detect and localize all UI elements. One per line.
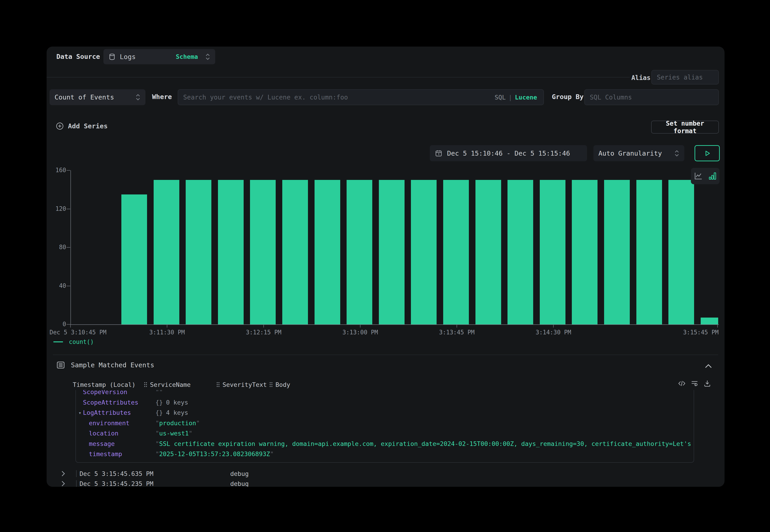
attribute-value: {}4 keys	[155, 409, 188, 416]
expanded-event-attributes: ScopeVersion""ScopeAttributes{}0 keys▾Lo…	[75, 390, 694, 463]
event-timestamp: Dec 5 3:15:45.635 PM	[80, 470, 153, 477]
attribute-row-location: location"us-west1"	[76, 428, 694, 439]
download-icon[interactable]	[703, 380, 711, 387]
x-tick-mark	[167, 324, 167, 328]
chart-type-toggle	[691, 168, 720, 184]
attribute-key: LogAttributes	[83, 409, 131, 416]
chart-bar[interactable]	[121, 194, 147, 324]
event-row[interactable]: Dec 5 3:15:45.235 PMdebug	[53, 479, 719, 487]
x-tick-label: 3:13:45 PM	[439, 329, 475, 336]
braces-glyph: {}	[155, 409, 163, 416]
row-divider	[76, 470, 77, 477]
chevron-right-icon[interactable]	[61, 470, 65, 477]
chart-legend[interactable]: count()	[53, 338, 94, 345]
event-severity: debug	[230, 480, 249, 487]
chart-bar[interactable]	[701, 318, 718, 324]
drag-handle-icon[interactable]	[216, 382, 220, 387]
attribute-row-logattributes[interactable]: ▾LogAttributes{}4 keys	[76, 408, 694, 418]
chart-bar[interactable]	[250, 180, 276, 324]
braces-glyph: {}	[155, 399, 163, 406]
y-tick-label: 40	[59, 282, 66, 289]
sample-events-title: Sample Matched Events	[71, 361, 154, 369]
collapse-chevron-icon[interactable]	[705, 364, 712, 369]
column-header-body[interactable]: Body	[269, 380, 290, 389]
chart-bar[interactable]	[186, 180, 211, 324]
object-key-count: 4 keys	[166, 409, 188, 416]
attribute-value: ""	[155, 390, 163, 395]
divider	[53, 355, 718, 355]
y-tick-mark	[67, 324, 70, 325]
attribute-key: message	[89, 440, 115, 447]
column-header-timestamp-local-[interactable]: Timestamp (Local)	[73, 380, 135, 389]
x-tick-mark	[553, 324, 554, 328]
y-axis-line	[70, 170, 71, 324]
attribute-key: environment	[89, 420, 129, 427]
attribute-string-value: 2025-12-05T13:57:23.082306893Z	[159, 450, 270, 457]
events-toolbar	[678, 380, 711, 387]
chart-bar[interactable]	[668, 180, 694, 324]
chevron-right-icon[interactable]	[61, 480, 65, 487]
code-icon[interactable]	[678, 380, 686, 387]
column-header-label: Body	[275, 381, 290, 388]
chart-bar[interactable]	[540, 180, 566, 324]
chart-bar[interactable]	[154, 180, 179, 324]
y-tick-label: 80	[59, 244, 66, 251]
attribute-key: ScopeAttributes	[83, 399, 138, 406]
x-tick-mark	[360, 324, 360, 328]
attribute-key: ScopeVersion	[83, 390, 127, 395]
x-tick-label: 3:12:15 PM	[246, 329, 281, 336]
event-row[interactable]: Dec 5 3:15:45.635 PMdebug	[53, 469, 719, 479]
chart-bar[interactable]	[443, 180, 469, 324]
attribute-string-value: SSL certificate expiration warning, doma…	[159, 440, 694, 447]
drag-handle-icon[interactable]	[269, 382, 273, 387]
attributes-scroll-content: ScopeVersion""ScopeAttributes{}0 keys▾Lo…	[76, 390, 694, 459]
x-tick-mark	[457, 324, 457, 328]
wrap-text-icon[interactable]	[691, 380, 698, 387]
attribute-key: timestamp	[89, 450, 122, 457]
column-header-severitytext[interactable]: SeverityText	[216, 380, 267, 389]
attribute-value: "us-west1"	[155, 430, 192, 437]
row-divider	[76, 480, 77, 487]
legend-swatch	[53, 341, 63, 342]
x-axis-line	[70, 324, 719, 325]
drag-handle-icon[interactable]	[144, 382, 147, 387]
event-timestamp: Dec 5 3:15:45.235 PM	[80, 480, 153, 487]
y-tick-mark	[67, 209, 70, 209]
chart-explorer-card: Data Source Logs Schema Alias Count of E…	[47, 47, 725, 487]
x-tick-mark	[717, 324, 718, 328]
line-chart-icon[interactable]	[694, 172, 703, 180]
triangle-down-icon[interactable]: ▾	[78, 410, 81, 415]
event-severity: debug	[230, 470, 249, 477]
y-tick-label: 0	[62, 321, 66, 328]
bar-chart: 16012080400Dec 5 3:10:45 PM3:11:30 PM3:1…	[47, 47, 725, 351]
chart-bar[interactable]	[346, 180, 372, 324]
y-tick-mark	[67, 170, 70, 171]
attribute-key: location	[89, 430, 118, 437]
chart-bar[interactable]	[411, 180, 437, 324]
attribute-string-value: us-west1	[159, 430, 189, 437]
chart-bar[interactable]	[218, 180, 244, 324]
y-tick-mark	[67, 286, 70, 286]
x-tick-label: 3:11:30 PM	[149, 329, 185, 336]
y-tick-mark	[67, 247, 70, 248]
column-header-label: SeverityText	[222, 381, 267, 388]
attribute-value: "2025-12-05T13:57:23.082306893Z"	[155, 450, 274, 457]
chart-bar[interactable]	[314, 180, 340, 324]
chart-bar[interactable]	[636, 180, 662, 324]
y-tick-label: 120	[55, 205, 66, 212]
chart-bar[interactable]	[282, 180, 308, 324]
chart-bar[interactable]	[572, 180, 598, 324]
chart-bar[interactable]	[508, 180, 533, 324]
chart-bar[interactable]	[476, 180, 501, 324]
column-header-servicename[interactable]: ServiceName	[144, 380, 191, 389]
list-icon	[56, 361, 65, 369]
x-tick-mark	[70, 324, 71, 328]
chart-bar[interactable]	[379, 180, 405, 324]
attribute-value: "production"	[155, 420, 200, 427]
sample-events-header: Sample Matched Events	[56, 361, 154, 369]
object-key-count: 0 keys	[166, 399, 188, 406]
legend-series-label: count()	[69, 338, 94, 345]
chart-bar[interactable]	[604, 180, 630, 324]
bar-chart-icon[interactable]	[708, 172, 717, 180]
x-tick-label: 3:13:00 PM	[342, 329, 378, 336]
